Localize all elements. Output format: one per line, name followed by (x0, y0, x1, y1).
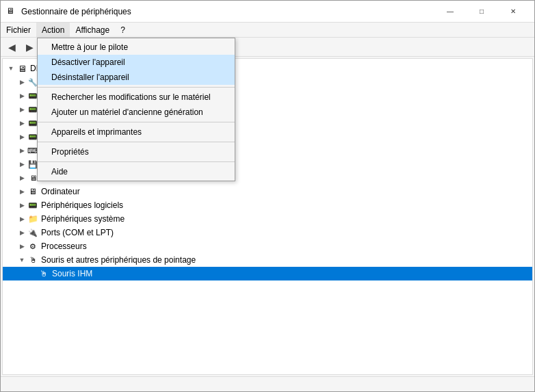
label-processors: Processeurs (41, 241, 87, 251)
label-ports: Ports (COM et LPT) (41, 228, 114, 237)
label-system: Périphériques système (41, 214, 125, 224)
tree-item-system[interactable]: ▶ Périphériques système (3, 212, 532, 226)
tree-root-icon: 🖥 (16, 63, 27, 74)
menu-update-driver[interactable]: Mettre à jour le pilote (38, 40, 235, 55)
toggle-system[interactable]: ▶ (16, 215, 27, 222)
close-button[interactable]: ✕ (497, 5, 529, 18)
menu-aide[interactable]: ? (115, 23, 131, 37)
label-mice: Souris et autres périphériques de pointa… (41, 255, 196, 265)
forward-button[interactable]: ▶ (21, 40, 38, 55)
toggle-mice[interactable]: ▼ (16, 257, 27, 263)
toggle-computer[interactable]: ▶ (16, 188, 27, 195)
toggle-disk[interactable]: ▶ (16, 161, 27, 168)
menu-add-legacy[interactable]: Ajouter un matériel d'ancienne génératio… (38, 105, 235, 120)
tree-item-ports[interactable]: ▶ Ports (COM et LPT) (3, 226, 532, 239)
menu-disable-device[interactable]: Désactiver l'appareil (38, 55, 235, 70)
toggle-graphics[interactable]: ▶ (16, 79, 27, 86)
status-bar (1, 376, 534, 391)
toggle-monitors[interactable]: ▶ (16, 174, 27, 181)
icon-software (27, 200, 38, 211)
window-title: Gestionnaire de périphériques (21, 7, 131, 16)
menu-devices-printers[interactable]: Appareils et imprimantes (38, 125, 235, 140)
toggle-processors[interactable]: ▶ (16, 243, 27, 250)
toggle-usb[interactable]: ▶ (16, 106, 27, 113)
toggle-network[interactable]: ▶ (16, 92, 27, 99)
menu-scan-changes[interactable]: Rechercher les modifications sur le maté… (38, 90, 235, 105)
dropdown-sep-4 (38, 161, 235, 162)
tree-root-toggle[interactable]: ▼ (5, 65, 16, 72)
toggle-ports[interactable]: ▶ (16, 229, 27, 236)
maximize-button[interactable]: □ (466, 5, 497, 18)
menubar: Fichier Action Affichage ? Mettre à jour… (1, 23, 534, 38)
window-icon: 🖥 (6, 6, 17, 17)
tree-item-mice[interactable]: ▼ Souris et autres périphériques de poin… (3, 253, 532, 267)
menu-action[interactable]: Action (36, 23, 70, 37)
icon-processors (27, 241, 38, 252)
dropdown-sep-3 (38, 142, 235, 142)
dropdown-sep-1 (38, 87, 235, 88)
toggle-sound[interactable]: ▶ (16, 133, 27, 140)
title-bar: 🖥 Gestionnaire de périphériques — □ ✕ (1, 1, 534, 23)
label-software: Périphériques logiciels (41, 200, 123, 210)
action-dropdown-menu: Mettre à jour le pilote Désactiver l'app… (37, 38, 235, 181)
main-window: 🖥 Gestionnaire de périphériques — □ ✕ Fi… (0, 0, 535, 392)
back-button[interactable]: ◀ (3, 40, 20, 55)
tree-item-computer[interactable]: ▶ Ordinateur (3, 185, 532, 198)
toggle-hid[interactable]: ▶ (16, 147, 27, 154)
icon-system (27, 213, 38, 224)
icon-computer (27, 186, 38, 197)
title-left: 🖥 Gestionnaire de périphériques (6, 6, 131, 17)
tree-item-processors[interactable]: ▶ Processeurs (3, 239, 532, 253)
icon-mice (27, 254, 38, 265)
menu-help[interactable]: Aide (38, 164, 235, 179)
dropdown-sep-2 (38, 122, 235, 122)
minimize-button[interactable]: — (434, 5, 466, 18)
menu-properties[interactable]: Propriétés (38, 144, 235, 159)
menu-uninstall-device[interactable]: Désinstaller l'appareil (38, 70, 235, 85)
icon-souris-ihm: 🖱 (38, 268, 49, 279)
toggle-ide[interactable]: ▶ (16, 120, 27, 127)
label-souris-ihm: Souris IHM (52, 269, 92, 278)
icon-ports (27, 227, 38, 238)
tree-item-souris-ihm[interactable]: 🖱 Souris IHM (3, 267, 532, 280)
title-controls: — □ ✕ (434, 5, 529, 18)
menu-fichier[interactable]: Fichier (1, 23, 36, 37)
label-computer: Ordinateur (41, 187, 80, 196)
menu-affichage[interactable]: Affichage (70, 23, 115, 37)
toggle-software[interactable]: ▶ (16, 202, 27, 209)
tree-item-software[interactable]: ▶ Périphériques logiciels (3, 198, 532, 212)
